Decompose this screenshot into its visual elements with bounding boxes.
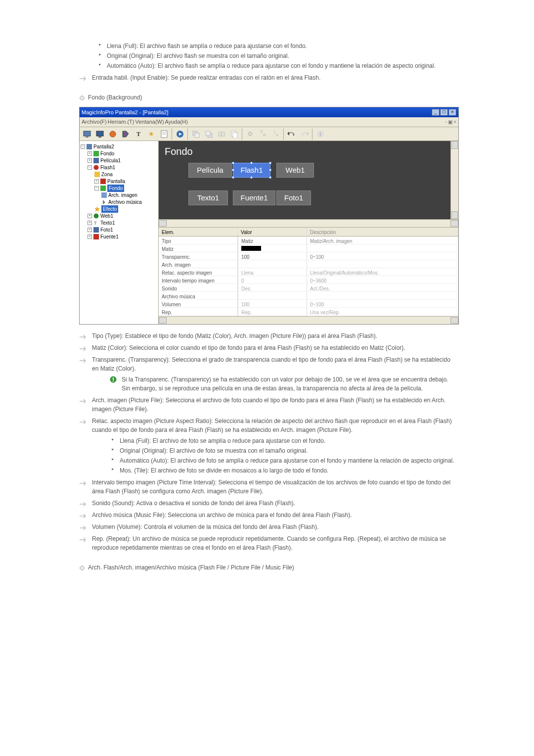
tree-item[interactable]: Efecto (81, 205, 157, 212)
mdi-close-icon[interactable]: × (453, 118, 456, 126)
tool-bring-front-icon[interactable] (202, 128, 215, 140)
props-body[interactable]: TipoMatizMatiz/Arch. imagenMatizTranspar… (159, 236, 458, 316)
tree-item[interactable]: +TTexto1 (81, 219, 157, 226)
tool-send-back-icon[interactable] (189, 128, 202, 140)
tile-flash1[interactable]: Flash1 (233, 163, 270, 178)
arrow-icon (79, 357, 86, 362)
tool-doc-icon[interactable] (158, 128, 171, 140)
svg-point-43 (81, 567, 84, 569)
item-text: Intervalo tiempo imagen (Picture Time In… (92, 479, 450, 495)
svg-rect-34 (100, 186, 106, 191)
tool-copy-icon[interactable] (228, 128, 241, 140)
svg-rect-42 (113, 380, 114, 381)
tool-redo-icon[interactable] (298, 128, 311, 140)
svg-rect-35 (101, 192, 107, 198)
scrollbar-horizontal[interactable] (159, 219, 458, 227)
table-row[interactable]: Rep.Rep.Una vez/Rep. (159, 308, 458, 316)
tree-item[interactable]: +Web1 (81, 212, 157, 219)
item-text: Entrada habil. (Input Enable): Se puede … (92, 74, 320, 81)
tool-play-icon[interactable] (174, 128, 186, 140)
tree-item[interactable]: +Fuente1 (81, 233, 157, 240)
tool-undo-icon[interactable] (285, 128, 298, 140)
svg-rect-22 (219, 132, 221, 136)
tree-panel[interactable]: −Pantalla2 +Fondo +Película1 −Flash1 Zon… (80, 141, 159, 324)
list-item: Tipo (Type): Establece el tipo de fondo … (79, 331, 455, 340)
table-row[interactable]: Transparenc.1000~100 (159, 252, 458, 260)
col-valor[interactable]: Valor (238, 228, 307, 236)
tree-item[interactable]: −Pantalla2 (81, 143, 157, 150)
tool-settings-icon[interactable]: ⚙ (244, 128, 257, 140)
table-row[interactable]: Relac. aspecto imagenLlenaLlena/Original… (159, 268, 458, 276)
menu-item[interactable]: Herram.(T) (108, 118, 134, 126)
tool-screen-icon[interactable] (81, 128, 93, 140)
tree-item[interactable]: +Fondo (81, 150, 157, 157)
scrollbar-vertical[interactable] (450, 141, 458, 219)
table-row[interactable]: Intervalo tiempo imagen00~3600 (159, 276, 458, 284)
table-row[interactable]: SonidoDes.Act./Des. (159, 284, 458, 292)
svg-line-8 (84, 96, 84, 96)
maximize-button[interactable]: □ (440, 109, 448, 116)
table-row[interactable]: Volumen1000~100 (159, 300, 458, 308)
workspace: −Pantalla2 +Fondo +Película1 −Flash1 Zon… (80, 141, 458, 324)
tool-font-large-icon[interactable]: ᵀₒ (257, 128, 269, 140)
tool-screen2-icon[interactable] (93, 128, 106, 140)
arrow-icon (79, 536, 86, 541)
tree-item[interactable]: +Película1 (81, 157, 157, 164)
toolbar: T ★ ⚙ ᵀₒ ᵀₒ i (80, 127, 458, 141)
tree-item[interactable]: −Flash1 (81, 164, 157, 171)
list-item: Automático (Auto): El archivo flash se a… (97, 61, 455, 70)
tile-fuente1[interactable]: Fuente1 (233, 190, 275, 205)
tool-star-icon[interactable]: ★ (145, 128, 158, 140)
menu-item[interactable]: Ayuda(H) (165, 118, 188, 126)
tree-item[interactable]: +Foto1 (81, 226, 157, 233)
titlebar[interactable]: MagicInfoPro Pantalla2 - [Pantalla2] _ □… (80, 107, 458, 117)
close-button[interactable]: × (448, 109, 456, 116)
tree-item[interactable]: −Fondo (81, 185, 157, 191)
tool-tag-icon[interactable] (119, 128, 132, 140)
mdi-restore-icon[interactable]: ▫ (445, 118, 447, 126)
app-window: MagicInfoPro Pantalla2 - [Pantalla2] _ □… (79, 107, 459, 325)
tree-item[interactable]: Arch. imagen (81, 191, 157, 198)
minimize-button[interactable]: _ (432, 109, 440, 116)
tile-foto1[interactable]: Foto1 (276, 190, 311, 205)
props-header: Elem. Valor Descripción (159, 228, 458, 236)
list-item: Matiz (Color): Selecciona el color cuand… (79, 343, 455, 352)
separator (312, 128, 313, 140)
tool-group-icon[interactable] (215, 128, 228, 140)
separator (187, 128, 188, 140)
tree-item[interactable]: Zona (81, 171, 157, 178)
tree-item[interactable]: +Pantalla (81, 178, 157, 185)
canvas-title: Fondo (165, 144, 193, 159)
section-fondo: Fondo (Background) (79, 93, 455, 102)
svg-rect-29 (93, 151, 99, 156)
col-desc[interactable]: Descripción (307, 228, 458, 236)
props-scrollbar[interactable] (159, 316, 458, 324)
sub-list: Llena (Full): El archivo de foto se ampl… (110, 436, 455, 475)
col-elem[interactable]: Elem. (159, 228, 238, 236)
tool-globe-icon[interactable] (106, 128, 119, 140)
canvas[interactable]: Fondo Película Flash1 Web1 Texto1 Fuente… (159, 141, 458, 219)
tool-text-icon[interactable]: T (132, 128, 145, 140)
arrow-icon (79, 418, 86, 423)
table-row[interactable]: TipoMatizMatiz/Arch. imagen (159, 236, 458, 244)
arrow-icon (79, 500, 86, 505)
table-row[interactable]: Archivo música (159, 292, 458, 300)
list-item: Llena (Full): El archivo de foto se ampl… (110, 436, 455, 445)
tile-web1[interactable]: Web1 (276, 163, 314, 178)
table-row[interactable]: Arch. imagen (159, 260, 458, 268)
tile-pelicula[interactable]: Película (188, 163, 232, 178)
tree-item[interactable]: Archivo música (81, 198, 157, 205)
tool-info-icon[interactable]: i (314, 128, 327, 140)
table-row[interactable]: Matiz (159, 244, 458, 252)
gear-icon (79, 565, 85, 570)
svg-rect-32 (94, 172, 100, 177)
section-title: Arch. Flash/Arch. imagen/Archivo música … (88, 563, 294, 572)
mdi-max-icon[interactable]: ▣ (448, 118, 452, 126)
tile-texto1[interactable]: Texto1 (188, 190, 228, 205)
svg-rect-12 (98, 137, 101, 138)
menu-item[interactable]: Ventana(W) (135, 118, 164, 126)
menu-item[interactable]: Archivo(F) (82, 118, 107, 126)
tool-font-small-icon[interactable]: ᵀₒ (269, 128, 282, 140)
svg-line-50 (80, 569, 81, 570)
list-item: Llena (Full): El archivo flash se amplía… (97, 42, 455, 50)
